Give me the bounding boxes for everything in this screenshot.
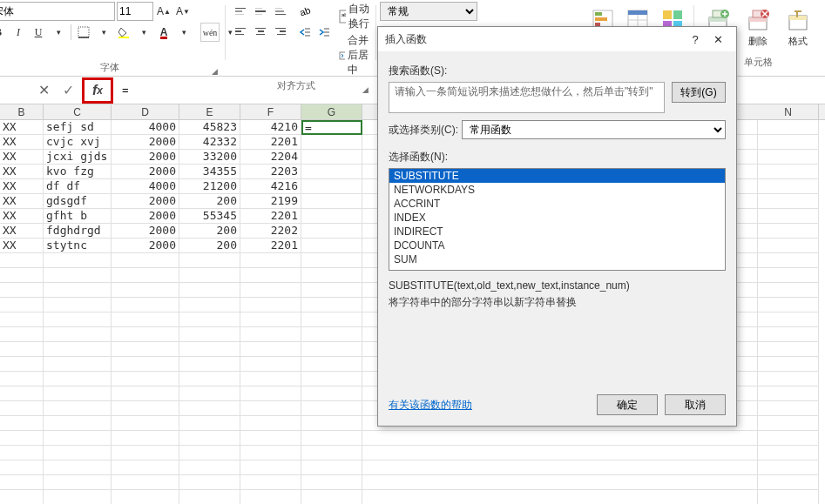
cell[interactable] bbox=[0, 372, 44, 386]
cell[interactable] bbox=[362, 460, 758, 475]
underline-more-icon[interactable]: ▾ bbox=[49, 23, 68, 42]
cell[interactable] bbox=[0, 431, 44, 446]
cell[interactable] bbox=[758, 490, 819, 504]
cell[interactable] bbox=[240, 357, 301, 372]
align-middle-icon[interactable] bbox=[251, 2, 270, 21]
cell[interactable] bbox=[240, 446, 301, 460]
cell[interactable] bbox=[301, 431, 362, 446]
cell[interactable]: 4210 bbox=[240, 120, 301, 135]
function-item[interactable]: INDIRECT bbox=[389, 225, 725, 239]
cell[interactable] bbox=[301, 372, 362, 386]
cell[interactable] bbox=[112, 312, 179, 327]
cell[interactable] bbox=[0, 386, 44, 401]
cell[interactable] bbox=[240, 460, 301, 475]
cell[interactable] bbox=[240, 475, 301, 490]
cell[interactable] bbox=[758, 460, 819, 475]
cell[interactable] bbox=[758, 194, 819, 209]
cell[interactable]: 33200 bbox=[179, 150, 240, 165]
cell[interactable] bbox=[240, 416, 301, 431]
cell[interactable] bbox=[0, 475, 44, 490]
cell[interactable] bbox=[44, 431, 112, 446]
cell[interactable] bbox=[44, 312, 112, 327]
cell[interactable] bbox=[758, 298, 819, 312]
cell[interactable] bbox=[240, 490, 301, 504]
cell[interactable] bbox=[179, 268, 240, 283]
cell[interactable] bbox=[0, 283, 44, 298]
cell[interactable] bbox=[112, 283, 179, 298]
cell[interactable] bbox=[758, 224, 819, 239]
cell[interactable]: XX bbox=[0, 179, 44, 194]
fill-color-button[interactable] bbox=[114, 23, 133, 42]
cell[interactable] bbox=[0, 446, 44, 460]
cell[interactable]: 2000 bbox=[112, 135, 179, 150]
cell[interactable] bbox=[301, 224, 362, 239]
cell[interactable]: 2202 bbox=[240, 224, 301, 239]
cell[interactable] bbox=[112, 416, 179, 431]
indent-decrease-icon[interactable] bbox=[295, 23, 314, 42]
cell[interactable]: 42332 bbox=[179, 135, 240, 150]
cell[interactable]: XX bbox=[0, 209, 44, 224]
cell[interactable]: 2000 bbox=[112, 194, 179, 209]
cell[interactable] bbox=[362, 446, 758, 460]
cell[interactable] bbox=[301, 135, 362, 150]
col-header[interactable]: D bbox=[112, 104, 179, 119]
cell[interactable]: 2000 bbox=[112, 209, 179, 224]
orientation-button[interactable]: ab bbox=[295, 2, 314, 21]
font-name-select[interactable] bbox=[0, 2, 115, 21]
cell[interactable] bbox=[301, 209, 362, 224]
cell[interactable] bbox=[240, 386, 301, 401]
ok-button[interactable]: 确定 bbox=[597, 394, 658, 415]
cell[interactable]: kvo fzg bbox=[44, 165, 112, 179]
cell[interactable]: 200 bbox=[179, 194, 240, 209]
cell[interactable] bbox=[240, 253, 301, 268]
cell[interactable] bbox=[179, 372, 240, 386]
cell[interactable] bbox=[301, 401, 362, 416]
cell[interactable] bbox=[301, 386, 362, 401]
cell[interactable] bbox=[362, 475, 758, 490]
cell[interactable] bbox=[758, 165, 819, 179]
wrap-text-button[interactable]: ab 自动换行 bbox=[339, 2, 370, 31]
cell[interactable] bbox=[758, 239, 819, 253]
border-button[interactable] bbox=[74, 23, 93, 42]
cell[interactable]: 45823 bbox=[179, 120, 240, 135]
cell[interactable] bbox=[240, 431, 301, 446]
align-center-icon[interactable] bbox=[251, 22, 270, 41]
cell[interactable]: 2000 bbox=[112, 239, 179, 253]
cell[interactable] bbox=[0, 298, 44, 312]
cell[interactable]: cvjc xvj bbox=[44, 135, 112, 150]
cell[interactable] bbox=[44, 253, 112, 268]
fill-more-icon[interactable]: ▾ bbox=[134, 23, 153, 42]
cell[interactable]: 2203 bbox=[240, 165, 301, 179]
cell[interactable] bbox=[179, 283, 240, 298]
align-left-icon[interactable] bbox=[231, 22, 250, 41]
cell[interactable] bbox=[179, 298, 240, 312]
function-list[interactable]: SUBSTITUTENETWORKDAYSACCRINTINDEXINDIREC… bbox=[389, 168, 726, 271]
enter-formula-icon[interactable]: ✓ bbox=[57, 81, 78, 100]
cell[interactable] bbox=[44, 416, 112, 431]
font-launcher-icon[interactable]: ◢ bbox=[212, 67, 218, 76]
goto-button[interactable]: 转到(G) bbox=[672, 82, 726, 103]
function-item[interactable]: ACCRINT bbox=[389, 197, 725, 211]
cell[interactable] bbox=[301, 312, 362, 327]
cell[interactable] bbox=[758, 283, 819, 298]
cell[interactable]: 34355 bbox=[179, 165, 240, 179]
cell[interactable] bbox=[44, 268, 112, 283]
cell[interactable] bbox=[179, 416, 240, 431]
cell[interactable] bbox=[0, 327, 44, 342]
close-icon[interactable]: ✕ bbox=[707, 30, 729, 49]
cell[interactable] bbox=[179, 475, 240, 490]
cell[interactable] bbox=[112, 446, 179, 460]
cell[interactable]: 2204 bbox=[240, 150, 301, 165]
cell[interactable] bbox=[301, 298, 362, 312]
cell[interactable] bbox=[112, 357, 179, 372]
cell[interactable] bbox=[301, 357, 362, 372]
cell[interactable]: 2201 bbox=[240, 209, 301, 224]
cell[interactable] bbox=[179, 357, 240, 372]
cell[interactable] bbox=[301, 253, 362, 268]
col-header[interactable]: E bbox=[179, 104, 240, 119]
function-item[interactable]: NETWORKDAYS bbox=[389, 183, 725, 197]
dialog-titlebar[interactable]: 插入函数 ? ✕ bbox=[378, 27, 736, 51]
col-header[interactable]: F bbox=[240, 104, 301, 119]
cell[interactable]: XX bbox=[0, 165, 44, 179]
cell[interactable] bbox=[44, 298, 112, 312]
